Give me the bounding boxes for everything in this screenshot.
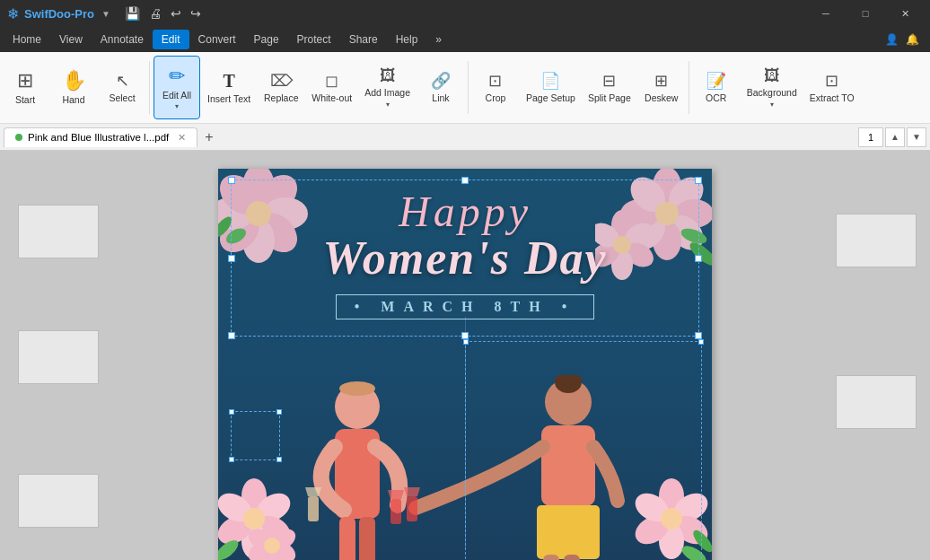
document-tab[interactable]: Pink and Blue Illustrative l...pdf ✕ [4,127,197,147]
page-setup-icon: 📄 [540,71,560,91]
small-handle-tr [276,409,282,415]
menu-share[interactable]: Share [340,30,387,49]
extract-to-icon: ⊡ [825,71,838,91]
save-icon[interactable]: 💾 [125,6,140,21]
app-name: SwifDoo-Pro [24,7,94,21]
tool-background-label: Background [747,87,797,99]
edit-all-icon: ✏ [169,65,185,88]
tool-page-setup[interactable]: 📄 Page Setup [521,56,581,119]
tool-white-out-label: White-out [311,92,352,104]
page-number: 1 [858,127,883,147]
tool-replace-label: Replace [264,92,299,104]
menu-help[interactable]: Help [387,30,427,49]
app-logo-icon: ❄ [7,5,19,22]
handle-ml [228,255,235,262]
tool-insert-text[interactable]: T Insert Text [202,56,256,119]
tool-white-out[interactable]: ◻ White-out [306,56,357,119]
menu-edit[interactable]: Edit [153,30,189,49]
small-handle-br [276,457,282,462]
handle-tl [228,177,235,184]
tab-bar: Pink and Blue Illustrative l...pdf ✕ + 1… [0,124,930,151]
close-button[interactable]: ✕ [887,0,923,27]
title-bar: ❄ SwifDoo-Pro ▼ 💾 🖨 ↩ ↪ ─ □ ✕ [0,0,930,27]
tool-deskew[interactable]: ⊞ Deskew [638,56,685,119]
left-panel-top [18,205,99,258]
menu-convert[interactable]: Convert [189,30,245,49]
maximize-button[interactable]: □ [847,0,883,27]
page-up-button[interactable]: ▲ [885,127,905,147]
main-content: Happy Women's Day • MARCH 8TH • [0,151,930,560]
menu-annotate[interactable]: Annotate [92,30,153,49]
tool-crop[interactable]: ⊡ Crop [472,56,519,119]
tool-select[interactable]: ↖ Select [99,56,145,119]
rfig-handle-tr [698,339,704,345]
tab-name: Pink and Blue Illustrative l...pdf [28,132,169,143]
handle-tr [695,177,702,184]
tool-add-image-label: Add Image [364,87,410,99]
tool-split-page-label: Split Page [588,92,631,104]
pdf-content: Happy Women's Day • MARCH 8TH • [218,169,712,560]
redo-icon[interactable]: ↪ [190,6,201,21]
svg-point-68 [264,538,280,554]
new-tab-button[interactable]: + [197,126,220,149]
selection-box-small [231,411,280,460]
tool-ocr-label: OCR [706,92,726,104]
menu-protect[interactable]: Protect [288,30,340,49]
tool-start-label: Start [15,94,35,106]
handle-bm [461,332,469,339]
tool-add-image[interactable]: 🖼 Add Image ▾ [359,56,416,119]
toolbar-separator-3 [689,61,689,114]
svg-point-53 [339,381,375,396]
tool-background[interactable]: 🖼 Background ▾ [741,56,803,119]
tool-link[interactable]: 🔗 Link [417,56,464,119]
svg-rect-57 [390,499,401,524]
left-panel-bottom [18,474,99,528]
svg-marker-56 [305,487,321,496]
tool-deskew-label: Deskew [645,92,678,104]
handle-tm [461,177,469,184]
tool-extract-to-label: Extract TO [810,92,855,104]
tool-ocr[interactable]: 📝 OCR [693,56,740,119]
select-icon: ↖ [116,71,129,91]
tool-select-label: Select [109,92,135,104]
start-icon: ⊞ [17,69,33,92]
tool-edit-all[interactable]: ✏ Edit All ▾ [154,56,200,119]
small-handle-tl [229,409,234,415]
right-panel-middle [836,375,917,429]
menu-bar: Home View Annotate Edit Convert Page Pro… [0,27,930,52]
svg-rect-59 [339,517,355,560]
tab-close-icon[interactable]: ✕ [178,132,186,144]
menu-view[interactable]: View [50,30,92,49]
minimize-button[interactable]: ─ [808,0,844,27]
handle-br [695,332,702,339]
tool-hand-label: Hand [62,94,84,106]
svg-rect-55 [308,496,319,521]
menu-page[interactable]: Page [245,30,288,49]
white-out-icon: ◻ [325,71,338,91]
toolbar-separator-1 [149,61,150,114]
print-icon[interactable]: 🖨 [149,6,162,21]
tool-start[interactable]: ⊞ Start [2,56,48,119]
replace-icon: ⌦ [270,71,293,91]
menu-more[interactable]: » [426,30,451,49]
page-down-button[interactable]: ▼ [907,127,926,147]
svg-marker-58 [388,490,404,499]
link-icon: 🔗 [431,71,451,91]
deskew-icon: ⊞ [654,71,668,91]
handle-mr [695,255,702,262]
app-dropdown-icon[interactable]: ▼ [101,9,110,19]
tab-dot [15,134,22,141]
page-navigation: 1 ▲ ▼ [858,127,926,147]
undo-icon[interactable]: ↩ [171,6,181,21]
small-handle-bl [229,457,234,462]
toolbar: ⊞ Start ✋ Hand ↖ Select ✏ Edit All ▾ T I… [0,52,930,124]
right-panel-top [836,214,917,267]
tool-edit-all-label: Edit All [162,90,191,101]
tool-link-label: Link [432,92,449,104]
tool-extract-to[interactable]: ⊡ Extract TO [804,56,860,119]
tool-split-page[interactable]: ⊟ Split Page [583,56,636,119]
svg-rect-60 [359,517,375,560]
tool-hand[interactable]: ✋ Hand [50,56,97,119]
tool-replace[interactable]: ⌦ Replace [258,56,304,119]
menu-home[interactable]: Home [4,30,50,49]
